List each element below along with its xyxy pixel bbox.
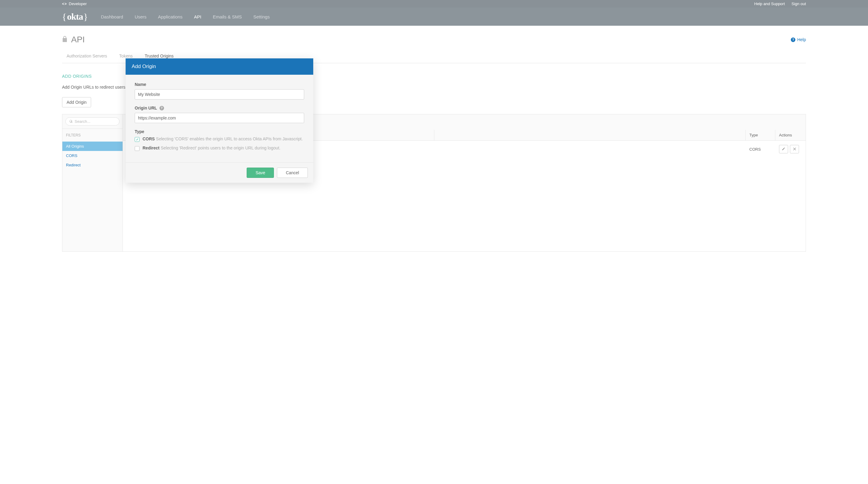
cors-desc-text: Selecting 'CORS' enables the origin URL … [156,136,303,141]
okta-logo: {okta} [62,11,88,22]
nav-settings[interactable]: Settings [253,14,270,19]
save-button[interactable]: Save [247,168,274,178]
redirect-checkbox[interactable] [135,146,140,151]
origin-url-label: Origin URL [135,105,157,110]
cell-type: CORS [746,145,775,153]
checkmark-icon: ✓ [136,138,138,141]
filter-all-origins[interactable]: All Origins [62,141,123,151]
help-support-link[interactable]: Help and Support [754,1,785,6]
developer-link[interactable]: Developer [69,1,87,6]
help-icon: ? [791,37,795,42]
code-icon: < > [62,2,66,6]
nav-dashboard[interactable]: Dashboard [101,14,123,19]
cors-checkbox-label: CORS [143,136,155,141]
origin-url-input[interactable] [135,113,304,123]
nav-applications[interactable]: Applications [158,14,183,19]
help-link[interactable]: ? Help [791,37,806,42]
topbar: < > Developer Help and Support Sign out [0,0,868,7]
tab-authorization-servers[interactable]: Authorization Servers [67,54,107,63]
cors-checkbox[interactable]: ✓ [135,137,140,142]
edit-button[interactable] [779,145,788,153]
lock-icon [62,36,67,44]
pencil-icon [782,147,785,152]
search-icon [69,120,73,123]
modal-title: Add Origin [126,58,313,75]
page-title: API [71,35,85,44]
filter-redirect[interactable]: Redirect [62,160,123,170]
column-actions: Actions [775,130,806,140]
cancel-button[interactable]: Cancel [277,168,308,178]
help-circle-icon[interactable]: ? [159,106,164,110]
add-origin-button[interactable]: Add Origin [62,97,91,107]
nav-users[interactable]: Users [135,14,147,19]
column-type: Type [746,130,775,140]
type-label: Type [135,129,304,134]
redirect-checkbox-label: Redirect [143,146,159,150]
redirect-desc-text: Selecting 'Redirect' points users to the… [161,146,281,150]
filters-sidebar: FILTERS All Origins CORS Redirect [62,114,123,251]
help-label: Help [797,37,806,42]
filter-cors[interactable]: CORS [62,151,123,160]
name-input[interactable] [135,89,304,99]
search-input-wrap[interactable] [65,117,120,126]
name-label: Name [135,82,304,87]
add-origin-modal: Add Origin Name Origin URL ? Type ✓ CORS… [126,58,313,183]
delete-button[interactable] [790,145,799,153]
nav-emails-sms[interactable]: Emails & SMS [213,14,242,19]
signout-link[interactable]: Sign out [792,1,806,6]
filters-label: FILTERS [62,129,123,141]
close-icon [793,147,796,152]
navbar: {okta} Dashboard Users Applications API … [0,7,868,26]
search-input[interactable] [75,119,116,124]
nav-api[interactable]: API [194,14,201,19]
